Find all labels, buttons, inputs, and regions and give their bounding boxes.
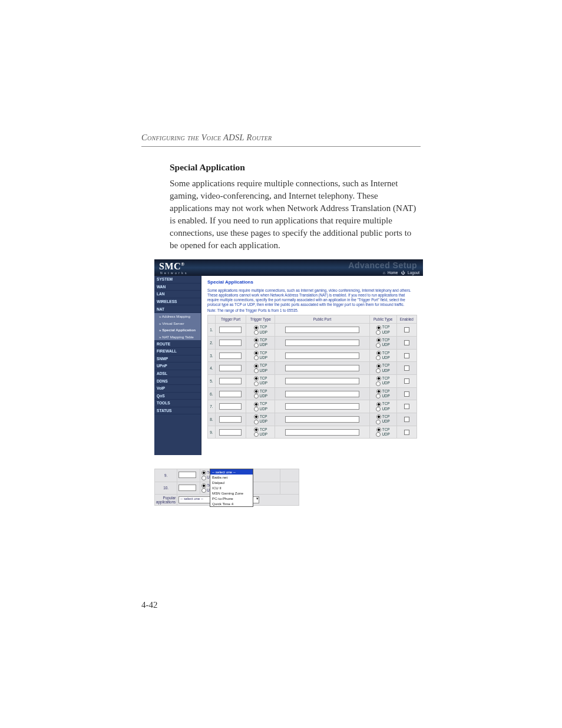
sidebar-item[interactable]: QoS [154, 393, 201, 400]
trigger-port-input[interactable] [219, 378, 242, 384]
public-port-input[interactable] [285, 353, 359, 359]
public-tcp-radio[interactable] [376, 414, 381, 419]
trigger-port-input[interactable] [219, 327, 242, 333]
public-port-input[interactable] [285, 429, 359, 436]
trigger-tcp-radio[interactable] [201, 483, 206, 488]
public-udp-radio[interactable] [376, 420, 381, 424]
sidebar-subitem[interactable]: » Virtual Server [154, 320, 201, 327]
public-port-input[interactable] [285, 340, 359, 346]
enabled-checkbox[interactable] [404, 430, 409, 435]
sidebar-subitem[interactable]: » Address Mapping [154, 313, 201, 320]
dropdown-option[interactable]: ICU II [210, 485, 253, 490]
trigger-udp-radio[interactable] [201, 476, 206, 480]
sidebar-item[interactable]: VoIP [154, 385, 201, 393]
dropdown-option[interactable]: PC-to-Phone [210, 496, 253, 501]
trigger-tcp-radio[interactable] [254, 351, 259, 355]
enabled-checkbox[interactable] [404, 417, 409, 422]
public-port-input[interactable] [285, 378, 359, 384]
public-udp-radio[interactable] [376, 432, 381, 437]
public-udp-radio[interactable] [376, 394, 381, 398]
public-udp-radio[interactable] [376, 343, 381, 348]
dropdown-option[interactable]: -- select one -- [210, 469, 253, 475]
trigger-tcp-radio[interactable] [254, 376, 259, 381]
home-icon[interactable]: ⌂ [383, 271, 385, 275]
trigger-port-input[interactable] [178, 485, 196, 491]
trigger-udp-radio[interactable] [201, 488, 206, 493]
enabled-checkbox[interactable] [404, 404, 409, 409]
public-port-input[interactable] [285, 365, 359, 371]
trigger-tcp-radio[interactable] [254, 364, 259, 368]
trigger-tcp-radio[interactable] [254, 389, 259, 394]
dropdown-option[interactable]: Quick Time 4 [210, 501, 253, 506]
public-tcp-radio[interactable] [376, 364, 381, 368]
trigger-port-input[interactable] [219, 391, 242, 397]
trigger-tcp-radio[interactable] [254, 414, 259, 419]
sidebar-item[interactable]: ADSL [154, 370, 201, 378]
public-tcp-radio[interactable] [376, 325, 381, 330]
trigger-udp-radio[interactable] [254, 407, 259, 411]
enabled-checkbox[interactable] [404, 378, 409, 384]
public-tcp-radio[interactable] [376, 402, 381, 407]
sidebar-subitem[interactable]: » Special Application [154, 327, 201, 334]
trigger-port-input[interactable] [178, 472, 196, 478]
trigger-port-input[interactable] [219, 416, 242, 423]
trigger-tcp-radio[interactable] [254, 402, 259, 407]
logout-icon[interactable]: ⏻ [401, 271, 405, 275]
trigger-udp-radio[interactable] [254, 432, 259, 437]
public-port-input[interactable] [285, 391, 359, 397]
sidebar-item[interactable]: NAT [154, 305, 201, 313]
trigger-udp-radio[interactable] [254, 368, 259, 373]
enabled-checkbox[interactable] [404, 327, 409, 332]
enabled-checkbox[interactable] [404, 340, 409, 345]
logout-link[interactable]: Logout [408, 271, 419, 275]
popular-apps-dropdown-open[interactable]: -- select one --Battle.netDialpadICU IIM… [210, 469, 253, 507]
trigger-udp-radio[interactable] [254, 420, 259, 424]
sidebar-item[interactable]: LAN [154, 291, 201, 298]
trigger-udp-radio[interactable] [254, 381, 259, 386]
sidebar-item[interactable]: WAN [154, 284, 201, 291]
trigger-port-input[interactable] [219, 365, 242, 371]
home-link[interactable]: Home [388, 271, 398, 275]
trigger-udp-radio[interactable] [254, 343, 259, 348]
public-udp-radio[interactable] [376, 381, 381, 386]
trigger-udp-radio[interactable] [254, 394, 259, 398]
sidebar-item[interactable]: SYSTEM [154, 276, 201, 284]
sidebar-item[interactable]: STATUS [154, 407, 201, 415]
sidebar-item[interactable]: TOOLS [154, 400, 201, 407]
sidebar-item[interactable]: WIRELESS [154, 298, 201, 306]
public-tcp-radio[interactable] [376, 376, 381, 381]
public-tcp-radio[interactable] [376, 338, 381, 342]
enabled-checkbox[interactable] [404, 391, 409, 397]
enabled-checkbox[interactable] [404, 365, 409, 371]
trigger-udp-radio[interactable] [254, 355, 259, 360]
dropdown-option[interactable]: Battle.net [210, 475, 253, 480]
trigger-port-input[interactable] [219, 429, 242, 436]
public-udp-radio[interactable] [376, 330, 381, 335]
sidebar-item[interactable]: DDNS [154, 377, 201, 385]
public-tcp-radio[interactable] [376, 427, 381, 432]
dropdown-option[interactable]: MSN Gaming Zone [210, 490, 253, 496]
public-udp-radio[interactable] [376, 355, 381, 360]
sidebar-item[interactable]: SNMP [154, 355, 201, 363]
enabled-checkbox[interactable] [404, 353, 409, 358]
sidebar-subitem[interactable]: » NAT Mapping Table [154, 334, 201, 341]
trigger-udp-radio[interactable] [254, 330, 259, 335]
trigger-port-input[interactable] [219, 340, 242, 346]
dropdown-option[interactable]: Dialpad [210, 480, 253, 485]
sidebar-item[interactable]: UPnP [154, 363, 201, 370]
sidebar-item[interactable]: FIREWALL [154, 348, 201, 355]
trigger-port-input[interactable] [219, 353, 242, 359]
trigger-tcp-radio[interactable] [254, 325, 259, 330]
public-udp-radio[interactable] [376, 368, 381, 373]
public-tcp-radio[interactable] [376, 389, 381, 394]
public-udp-radio[interactable] [376, 407, 381, 411]
public-port-input[interactable] [285, 327, 359, 333]
public-port-input[interactable] [285, 403, 359, 410]
trigger-tcp-radio[interactable] [254, 427, 259, 432]
trigger-port-input[interactable] [219, 403, 242, 410]
public-port-input[interactable] [285, 416, 359, 423]
trigger-tcp-radio[interactable] [254, 338, 259, 342]
sidebar-item[interactable]: ROUTE [154, 340, 201, 348]
trigger-tcp-radio[interactable] [201, 470, 206, 475]
public-tcp-radio[interactable] [376, 351, 381, 355]
